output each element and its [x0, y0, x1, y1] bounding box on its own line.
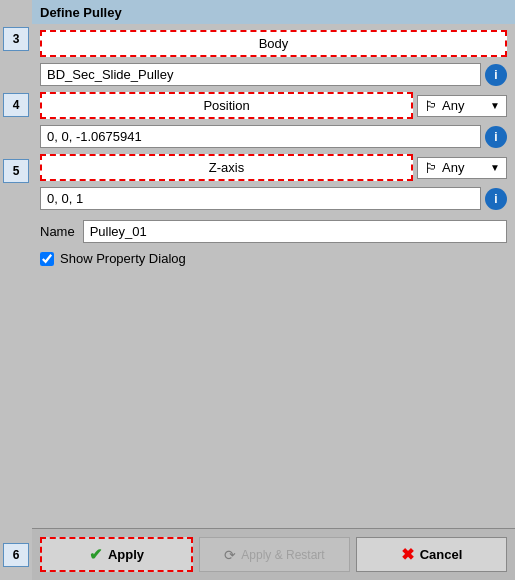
cancel-x-icon: ✖ — [401, 545, 414, 564]
body-input[interactable] — [40, 63, 481, 86]
name-label: Name — [40, 224, 75, 239]
zaxis-info-button[interactable]: i — [485, 188, 507, 210]
body-input-row: i — [40, 63, 507, 86]
zaxis-input[interactable] — [40, 187, 481, 210]
show-property-label: Show Property Dialog — [60, 251, 186, 266]
position-label-box: Position — [40, 92, 413, 119]
zaxis-row: Z-axis 🏳 Any ▼ — [40, 154, 507, 181]
position-dropdown[interactable]: 🏳 Any ▼ — [417, 95, 507, 117]
apply-button[interactable]: ✔ Apply — [40, 537, 193, 572]
apply-label: Apply — [108, 547, 144, 562]
apply-restart-label: Apply & Restart — [241, 548, 324, 562]
show-property-row: Show Property Dialog — [40, 251, 507, 266]
position-info-button[interactable]: i — [485, 126, 507, 148]
cancel-button[interactable]: ✖ Cancel — [356, 537, 507, 572]
show-property-checkbox[interactable] — [40, 252, 54, 266]
position-input-row: i — [40, 125, 507, 148]
step-3: 3 — [3, 27, 29, 51]
position-dropdown-arrow: ▼ — [490, 100, 500, 111]
zaxis-dropdown-arrow: ▼ — [490, 162, 500, 173]
body-label: Body — [259, 36, 289, 51]
body-section: Body — [40, 30, 507, 57]
position-input[interactable] — [40, 125, 481, 148]
name-input[interactable] — [83, 220, 507, 243]
step-6: 6 — [3, 543, 29, 567]
apply-checkmark-icon: ✔ — [89, 545, 102, 564]
position-row: Position 🏳 Any ▼ — [40, 92, 507, 119]
step-4: 4 — [3, 93, 29, 117]
panel-title: Define Pulley — [32, 0, 515, 24]
apply-restart-button[interactable]: ⟳ Apply & Restart — [199, 537, 350, 572]
restart-icon: ⟳ — [224, 547, 236, 563]
step-5: 5 — [3, 159, 29, 183]
zaxis-input-row: i — [40, 187, 507, 210]
zaxis-dropdown[interactable]: 🏳 Any ▼ — [417, 157, 507, 179]
name-row: Name — [40, 220, 507, 243]
footer-bar: ✔ Apply ⟳ Apply & Restart ✖ Cancel — [32, 528, 515, 580]
cancel-label: Cancel — [420, 547, 463, 562]
zaxis-label-box: Z-axis — [40, 154, 413, 181]
body-info-button[interactable]: i — [485, 64, 507, 86]
